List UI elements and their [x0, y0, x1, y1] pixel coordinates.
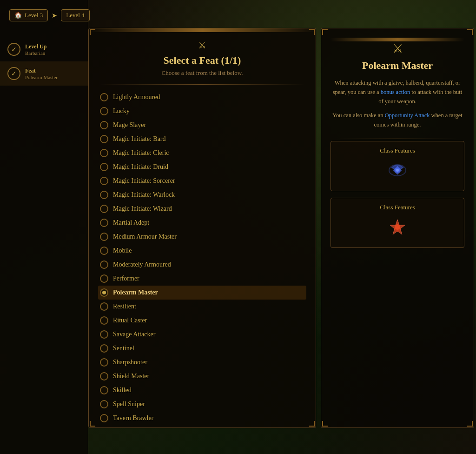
feat-item-performer[interactable]: Performer	[98, 272, 306, 286]
feat-name-sentinel: Sentinel	[113, 345, 134, 352]
panel-title: Select a Feat (1/1)	[164, 54, 241, 67]
feat-item-magic-initiate-warlock[interactable]: Magic Initiate: Warlock	[98, 188, 306, 202]
feat-name-resilient: Resilient	[113, 303, 136, 310]
step-level-up-text: Level Up Barbarian	[25, 43, 46, 56]
step-feat-circle: ✓	[7, 67, 20, 80]
feat-item-skilled[interactable]: Skilled	[98, 383, 306, 397]
feat-item-mobile[interactable]: Mobile	[98, 244, 306, 258]
feat-item-ritual-caster[interactable]: Ritual Caster	[98, 314, 306, 327]
feat-name-spell-sniper: Spell Sniper	[113, 401, 145, 408]
opportunity-attack-text: Opportunity Attack	[385, 112, 430, 119]
level3-label: Level 3	[25, 12, 43, 19]
feat-item-martial-adept[interactable]: Martial Adept	[98, 216, 306, 230]
feat-list-wrapper: Lightly ArmouredLuckyMage SlayerMagic In…	[89, 87, 316, 427]
step-level-up-label: Level Up	[25, 43, 46, 50]
feat-item-spell-sniper[interactable]: Spell Sniper	[98, 397, 306, 411]
feat-item-lucky[interactable]: Lucky	[98, 104, 306, 118]
feat-name-ritual-caster: Ritual Caster	[113, 317, 147, 324]
feat-item-lightly-armoured[interactable]: Lightly Armoured	[98, 90, 306, 104]
feat-radio-ritual-caster	[100, 316, 108, 325]
step-feat-label: Feat	[25, 67, 58, 74]
bonus-action-text: bonus action	[381, 89, 410, 95]
feat-name-magic-initiate-sorcerer: Magic Initiate: Sorcerer	[113, 177, 175, 185]
corner-tr	[309, 29, 315, 35]
feat-name-performer: Performer	[113, 275, 139, 282]
feat-radio-magic-initiate-sorcerer	[100, 177, 108, 185]
feat-item-polearm-master[interactable]: Polearm Master	[98, 286, 306, 300]
feat-radio-lightly-armoured	[100, 93, 108, 101]
step-feat-sublabel: Polearm Master	[25, 74, 58, 80]
feat-item-magic-initiate-wizard[interactable]: Magic Initiate: Wizard	[98, 202, 306, 216]
feat-item-magic-initiate-druid[interactable]: Magic Initiate: Druid	[98, 160, 306, 174]
class-feature-icon-1	[386, 159, 409, 185]
right-corner-tl	[322, 29, 328, 35]
feat-radio-polearm-master	[100, 288, 108, 297]
level-arrow: ➤	[52, 12, 57, 20]
feat-radio-martial-adept	[100, 219, 108, 227]
feat-radio-skilled	[100, 386, 108, 394]
feat-item-shield-master[interactable]: Shield Master	[98, 369, 306, 383]
feat-radio-magic-initiate-cleric	[100, 149, 108, 157]
step-level-up-sublabel: Barbarian	[25, 50, 46, 56]
feat-radio-tavern-brawler	[100, 414, 108, 422]
right-panel-top-deco	[331, 38, 464, 41]
feat-name-lucky: Lucky	[113, 107, 130, 115]
top-bar: 🏠 Level 3 ➤ Level 4	[9, 9, 90, 21]
panel-header-icon: ⚔	[198, 40, 206, 51]
class-feature-label-1: Class Features	[380, 147, 415, 154]
feat-item-mage-slayer[interactable]: Mage Slayer	[98, 118, 306, 132]
feat-item-medium-armour-master[interactable]: Medium Armour Master	[98, 230, 306, 244]
level-icon: 🏠	[14, 12, 22, 19]
feat-name-medium-armour-master: Medium Armour Master	[113, 233, 177, 240]
feat-item-resilient[interactable]: Resilient	[98, 300, 306, 314]
feat-radio-moderately-armoured	[100, 260, 108, 269]
feat-item-moderately-armoured[interactable]: Moderately Armoured	[98, 258, 306, 272]
step-level-up[interactable]: ✓ Level Up Barbarian	[0, 37, 88, 61]
feat-radio-performer	[100, 274, 108, 283]
feat-item-tough[interactable]: Tough	[98, 425, 306, 427]
feat-name-tavern-brawler: Tavern Brawler	[113, 414, 153, 422]
feat-item-sentinel[interactable]: Sentinel	[98, 341, 306, 355]
feat-name-savage-attacker: Savage Attacker	[113, 331, 155, 338]
feat-name-shield-master: Shield Master	[113, 373, 149, 380]
feat-radio-magic-initiate-druid	[100, 163, 108, 171]
feat-item-magic-initiate-sorcerer[interactable]: Magic Initiate: Sorcerer	[98, 174, 306, 188]
feat-name-skilled: Skilled	[113, 387, 132, 394]
feat-radio-magic-initiate-bard	[100, 135, 108, 143]
feat-name-magic-initiate-bard: Magic Initiate: Bard	[113, 135, 166, 143]
feat-name-sharpshooter: Sharpshooter	[113, 359, 147, 366]
feat-detail-panel: ⚔ Polearm Master When attacking with a g…	[321, 28, 474, 428]
right-divider1	[337, 139, 457, 139]
feat-list[interactable]: Lightly ArmouredLuckyMage SlayerMagic In…	[89, 87, 316, 427]
class-feature-icon-2	[386, 216, 409, 242]
header-divider	[100, 84, 304, 85]
step-feat[interactable]: ✓ Feat Polearm Master	[0, 61, 88, 86]
right-corner-br	[467, 421, 473, 427]
step-level-up-circle: ✓	[7, 43, 20, 56]
feat-radio-savage-attacker	[100, 330, 108, 339]
feat-radio-magic-initiate-wizard	[100, 205, 108, 213]
panel-subtitle: Choose a feat from the list below.	[162, 69, 243, 77]
class-feature-box-1: Class Features	[331, 141, 464, 191]
feat-item-savage-attacker[interactable]: Savage Attacker	[98, 327, 306, 341]
right-corner-bl	[322, 421, 328, 427]
feat-name-lightly-armoured: Lightly Armoured	[113, 93, 160, 101]
next-level: Level 4	[61, 9, 89, 21]
level4-label: Level 4	[66, 12, 84, 19]
feat-radio-medium-armour-master	[100, 233, 108, 241]
feat-radio-resilient	[100, 302, 108, 311]
panel-top-decoration	[89, 28, 316, 32]
feat-name-magic-initiate-cleric: Magic Initiate: Cleric	[113, 149, 169, 157]
feat-item-sharpshooter[interactable]: Sharpshooter	[98, 355, 306, 369]
corner-tl	[90, 29, 95, 35]
feat-name-magic-initiate-druid: Magic Initiate: Druid	[113, 163, 168, 171]
feat-detail-title: Polearm Master	[362, 60, 433, 72]
feat-radio-mobile	[100, 247, 108, 255]
feat-radio-sharpshooter	[100, 358, 108, 367]
feat-item-magic-initiate-cleric[interactable]: Magic Initiate: Cleric	[98, 146, 306, 160]
feat-radio-mage-slayer	[100, 121, 108, 129]
step-feat-text: Feat Polearm Master	[25, 67, 58, 80]
right-corner-tr	[467, 29, 473, 35]
feat-item-magic-initiate-bard[interactable]: Magic Initiate: Bard	[98, 132, 306, 146]
feat-item-tavern-brawler[interactable]: Tavern Brawler	[98, 411, 306, 425]
